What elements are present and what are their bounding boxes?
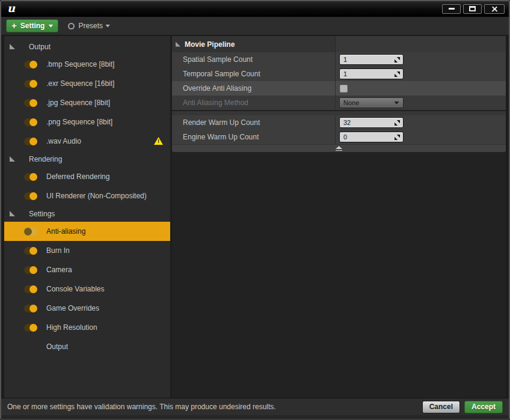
setting-value-cell: 0 xyxy=(336,130,506,144)
toggle-switch-icon[interactable] xyxy=(24,266,37,274)
sidebar-item-label: Burn In xyxy=(46,246,70,255)
number-input[interactable]: 1 xyxy=(339,68,404,79)
sidebar-item[interactable]: .exr Sequence [16bit] xyxy=(4,74,170,93)
number-value: 32 xyxy=(343,119,351,126)
setting-label-cell: Engine Warm Up Count xyxy=(172,130,336,144)
close-button[interactable] xyxy=(484,4,505,14)
toggle-switch-icon[interactable] xyxy=(24,99,37,107)
sidebar-item[interactable]: .png Sequence [8bit] xyxy=(4,112,170,132)
sidebar: Output .bmp Sequence [8bit] .exr Sequenc… xyxy=(4,36,170,398)
sidebar-item[interactable]: .jpg Sequence [8bit] xyxy=(4,93,170,112)
sidebar-item-label: UI Renderer (Non-Composited) xyxy=(46,192,147,200)
sidebar-item-label: High Resolution xyxy=(46,323,97,332)
movie-pipeline-title: Movie Pipeline xyxy=(185,40,235,49)
sidebar-item[interactable]: Camera xyxy=(4,260,170,279)
toggle-knob xyxy=(29,247,37,255)
toggle-switch-icon[interactable] xyxy=(24,228,37,236)
sidebar-item[interactable]: Game Overrides xyxy=(4,299,170,318)
sidebar-item[interactable]: .bmp Sequence [8bit] xyxy=(4,55,170,74)
sidebar-item[interactable]: Anti-aliasing xyxy=(4,222,170,241)
dropdown-select[interactable]: None xyxy=(339,97,404,108)
toolbar: + Setting Presets xyxy=(1,17,509,35)
toggle-switch-icon[interactable] xyxy=(24,61,37,68)
settings-row: Render Warm Up Count 32 xyxy=(172,115,506,130)
number-value: 1 xyxy=(343,70,347,78)
sidebar-category[interactable]: Settings xyxy=(4,205,170,222)
setting-label: Engine Warm Up Count xyxy=(183,133,259,141)
drag-handle-icon xyxy=(395,72,400,77)
sidebar-item-label: .wav Audio xyxy=(46,137,81,145)
dropdown-selected-value: None xyxy=(343,99,359,106)
sidebar-category[interactable]: Rendering xyxy=(4,151,170,167)
toggle-switch-icon[interactable] xyxy=(24,173,37,181)
footer-bar: One or more settings have validation war… xyxy=(1,398,509,415)
sidebar-category[interactable]: Output xyxy=(4,38,170,55)
presets-label: Presets xyxy=(78,22,103,30)
toggle-switch-icon[interactable] xyxy=(24,138,37,145)
number-input[interactable]: 32 xyxy=(339,117,404,128)
toggle-switch-icon[interactable] xyxy=(24,247,37,255)
sidebar-item[interactable]: Console Variables xyxy=(4,279,170,299)
number-input[interactable]: 0 xyxy=(339,132,404,142)
drag-handle-icon xyxy=(395,57,400,62)
titlebar[interactable]: u xyxy=(1,1,509,17)
toggle-switch-icon[interactable] xyxy=(24,305,37,312)
toggle-knob xyxy=(29,99,37,107)
setting-label: Render Warm Up Count xyxy=(183,118,260,127)
sidebar-item-label: Camera xyxy=(46,266,72,274)
minimize-button[interactable] xyxy=(442,4,461,14)
checkbox[interactable] xyxy=(340,85,348,93)
cancel-button[interactable]: Cancel xyxy=(422,401,460,413)
maximize-button[interactable] xyxy=(463,4,482,14)
details-rows: Spatial Sample Count 1 Temporal Sample C… xyxy=(172,52,506,144)
splitter-handle[interactable] xyxy=(172,144,506,152)
presets-button[interactable]: Presets xyxy=(68,22,110,30)
splitter-arrow-icon xyxy=(336,146,342,149)
warning-icon: ! xyxy=(154,137,163,145)
toggle-switch-icon[interactable] xyxy=(24,324,37,332)
movie-pipeline-header-value-cell xyxy=(336,36,506,52)
toggle-switch-icon[interactable] xyxy=(24,80,37,88)
toggle-switch-icon[interactable] xyxy=(24,285,37,293)
toggle-switch-icon[interactable] xyxy=(24,192,37,200)
settings-row: Engine Warm Up Count 0 xyxy=(172,130,506,144)
details-panel: Movie Pipeline Spatial Sample Count 1 Te… xyxy=(172,36,506,152)
maximize-icon xyxy=(469,6,476,11)
expand-arrow-icon xyxy=(10,44,15,49)
sidebar-item[interactable]: UI Renderer (Non-Composited) xyxy=(4,186,170,205)
setting-label-cell: Render Warm Up Count xyxy=(172,115,336,130)
setting-label: Temporal Sample Count xyxy=(183,70,260,78)
sidebar-item[interactable]: Output xyxy=(4,337,170,356)
setting-value-cell xyxy=(336,81,506,96)
number-input[interactable]: 1 xyxy=(339,54,404,65)
settings-row: Anti Aliasing Method None xyxy=(172,96,506,110)
sidebar-category-label: Rendering xyxy=(29,155,62,163)
settings-row: Temporal Sample Count 1 xyxy=(172,67,506,81)
sidebar-item-label: .exr Sequence [16bit] xyxy=(46,79,114,88)
add-setting-button[interactable]: + Setting xyxy=(6,19,58,32)
setting-value-cell: 1 xyxy=(336,67,506,81)
content-area: Output .bmp Sequence [8bit] .exr Sequenc… xyxy=(1,35,509,398)
sidebar-item-label: .jpg Sequence [8bit] xyxy=(46,99,110,107)
movie-render-queue-settings-window: u + Setting Presets Output .bmp Sequence… xyxy=(0,0,510,420)
movie-pipeline-header-label-cell: Movie Pipeline xyxy=(172,36,336,52)
sidebar-item[interactable]: High Resolution xyxy=(4,318,170,337)
plus-icon: + xyxy=(11,22,17,29)
toggle-switch-icon[interactable] xyxy=(24,118,37,126)
minimize-icon xyxy=(449,8,455,10)
sidebar-item[interactable]: .wav Audio ! xyxy=(4,132,170,151)
setting-value-cell: 1 xyxy=(336,52,506,67)
toggle-knob xyxy=(29,138,37,145)
movie-pipeline-header[interactable]: Movie Pipeline xyxy=(172,36,506,52)
toggle-knob xyxy=(29,61,37,68)
toggle-knob xyxy=(29,324,37,332)
chevron-down-icon xyxy=(105,25,110,28)
accept-button[interactable]: Accept xyxy=(464,401,503,413)
toggle-knob xyxy=(29,80,37,88)
sidebar-item-label: Game Overrides xyxy=(46,304,99,312)
sidebar-item[interactable]: Burn In xyxy=(4,241,170,260)
setting-label-cell: Spatial Sample Count xyxy=(172,52,336,67)
sidebar-item[interactable]: Deferred Rendering xyxy=(4,167,170,186)
sidebar-category-label: Settings xyxy=(29,210,55,218)
presets-ring-icon xyxy=(68,23,75,29)
